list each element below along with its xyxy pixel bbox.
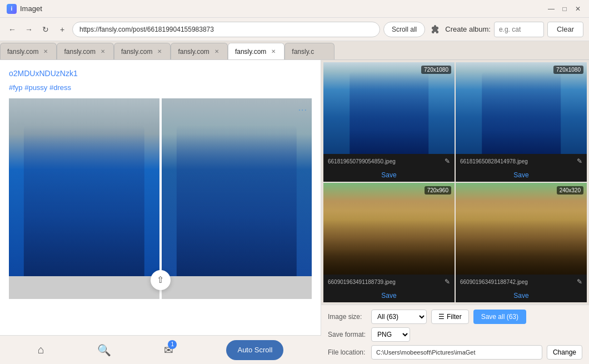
post-tags: #fyp #pussy #dress xyxy=(9,83,312,92)
tab-6-label: fansly.c xyxy=(292,48,314,56)
window-controls: ― □ ✕ xyxy=(547,4,582,13)
filter-icon: ☰ xyxy=(438,313,445,321)
main-area: o2MDUxNDUzNzk1 #fyp #pussy #dress ... ⇧ xyxy=(0,60,589,364)
image-grid: ... ⇧ xyxy=(9,98,312,299)
app-name: Imaget xyxy=(20,4,42,13)
browser-image-2: ... xyxy=(162,98,312,299)
right-panel: 720x1080 661819650799054850.jpeg ✎ Save … xyxy=(321,60,589,364)
forward-button[interactable]: → xyxy=(22,23,36,36)
gallery-img-1: 720x1080 xyxy=(323,62,455,154)
gallery-item-4-edit[interactable]: ✎ xyxy=(577,278,582,286)
gallery-item-3-footer: 660901963491188739.jpeg ✎ xyxy=(323,275,455,289)
scroll-all-button[interactable]: Scroll all xyxy=(383,22,425,37)
image-gallery: 720x1080 661819650799054850.jpeg ✎ Save … xyxy=(321,60,589,305)
gallery-item-4-footer: 660901963491188742.jpeg ✎ xyxy=(456,275,587,289)
gallery-item-2-dimensions: 720x1080 xyxy=(553,66,583,74)
image-size-select[interactable]: All (63)LargeMediumSmall xyxy=(371,310,427,324)
tab-4[interactable]: fansly.com ✕ xyxy=(171,43,227,59)
gallery-item-4-filename: 660901963491188742.jpeg xyxy=(460,279,575,285)
save-format-select[interactable]: PNGJPEGWEBP xyxy=(371,327,410,342)
filter-button[interactable]: ☰ Filter xyxy=(431,310,469,324)
clear-button[interactable]: Clear xyxy=(547,22,583,37)
gallery-img-2: 720x1080 xyxy=(456,62,587,154)
gallery-item-1-dimensions: 720x1080 xyxy=(421,66,451,74)
maximize-button[interactable]: □ xyxy=(560,4,569,13)
file-location-row: File location: Change xyxy=(328,345,582,360)
file-location-input[interactable] xyxy=(371,345,542,360)
save-format-label: Save format: xyxy=(328,331,367,338)
scroll-up-button[interactable]: ⇧ xyxy=(151,270,171,290)
auto-scroll-button[interactable]: Auto Scroll xyxy=(226,340,283,360)
tab-4-label: fansly.com xyxy=(178,48,209,56)
gallery-item-3-edit[interactable]: ✎ xyxy=(445,278,450,286)
gallery-item-2-edit[interactable]: ✎ xyxy=(577,157,582,165)
extension-icon[interactable] xyxy=(428,23,442,36)
gallery-item-4: 240x320 660901963491188742.jpeg ✎ Save xyxy=(456,183,587,302)
search-button[interactable]: 🔍 xyxy=(97,343,111,357)
gallery-item-2-filename: 661819650828414978.jpeg xyxy=(460,158,575,164)
browser-bottom-bar: ⌂ 🔍 ✉ 1 Auto Scroll xyxy=(0,335,321,364)
bottom-controls: Image size: All (63)LargeMediumSmall ☰ F… xyxy=(321,305,589,364)
tab-6[interactable]: fansly.c xyxy=(284,43,335,59)
gallery-item-1-filename: 661819650799054850.jpeg xyxy=(328,158,442,164)
message-badge: 1 xyxy=(168,340,177,349)
close-button[interactable]: ✕ xyxy=(573,4,582,13)
tab-2-label: fansly.com xyxy=(64,48,95,56)
tab-2-close[interactable]: ✕ xyxy=(99,48,107,56)
home-button[interactable]: ⌂ xyxy=(38,343,44,356)
album-input[interactable] xyxy=(494,22,544,37)
logo-icon: i xyxy=(7,4,17,14)
gallery-item-2-save[interactable]: Save xyxy=(456,168,587,182)
gallery-img-4: 240x320 xyxy=(456,183,587,275)
gallery-item-2-footer: 661819650828414978.jpeg ✎ xyxy=(456,154,587,168)
browser-panel: o2MDUxNDUzNzk1 #fyp #pussy #dress ... ⇧ xyxy=(0,60,321,364)
message-button[interactable]: ✉ 1 xyxy=(164,343,173,357)
search-icon: 🔍 xyxy=(97,343,111,357)
gallery-img-3: 720x960 xyxy=(323,183,455,275)
gallery-item-4-dimensions: 240x320 xyxy=(557,186,583,195)
post-username[interactable]: o2MDUxNDUzNzk1 xyxy=(9,69,312,78)
tab-1[interactable]: fansly.com ✕ xyxy=(0,43,57,59)
tab-1-close[interactable]: ✕ xyxy=(42,48,49,56)
gallery-item-4-save[interactable]: Save xyxy=(456,289,587,302)
tab-5[interactable]: fansly.com ✕ xyxy=(228,43,284,59)
change-button[interactable]: Change xyxy=(547,345,582,360)
file-location-label: File location: xyxy=(328,348,367,356)
browser-image-1-placeholder xyxy=(9,98,159,276)
gallery-item-1-edit[interactable]: ✎ xyxy=(445,157,450,165)
gallery-item-3-dimensions: 720x960 xyxy=(425,186,451,195)
browser-image-1 xyxy=(9,98,159,299)
address-bar: ← → ↻ + Scroll all Create album: Clear xyxy=(0,18,589,41)
gallery-item-1: 720x1080 661819650799054850.jpeg ✎ Save xyxy=(323,62,455,182)
back-button[interactable]: ← xyxy=(6,23,19,36)
gallery-item-1-footer: 661819650799054850.jpeg ✎ xyxy=(323,154,455,168)
new-tab-button[interactable]: + xyxy=(56,23,69,36)
title-bar: i Imaget ― □ ✕ xyxy=(0,0,589,18)
tab-3[interactable]: fansly.com ✕ xyxy=(114,43,171,59)
tab-5-close[interactable]: ✕ xyxy=(269,48,277,56)
tab-1-label: fansly.com xyxy=(7,48,38,56)
tab-3-close[interactable]: ✕ xyxy=(156,48,163,56)
gallery-item-3: 720x960 660901963491188739.jpeg ✎ Save xyxy=(323,183,455,302)
create-album-label: Create album: xyxy=(445,25,491,33)
tab-4-close[interactable]: ✕ xyxy=(213,48,221,56)
save-format-row: Save format: PNGJPEGWEBP xyxy=(328,327,582,342)
filter-label: Filter xyxy=(447,313,462,321)
gallery-item-3-save[interactable]: Save xyxy=(323,289,455,302)
url-input[interactable] xyxy=(72,22,380,37)
image-size-row: Image size: All (63)LargeMediumSmall ☰ F… xyxy=(328,310,582,324)
app-logo: i Imaget xyxy=(7,4,547,14)
gallery-item-2: 720x1080 661819650828414978.jpeg ✎ Save xyxy=(456,62,587,182)
tab-2[interactable]: fansly.com ✕ xyxy=(57,43,113,59)
tab-5-label: fansly.com xyxy=(235,48,266,56)
gallery-item-1-save[interactable]: Save xyxy=(323,168,455,182)
minimize-button[interactable]: ― xyxy=(547,4,556,13)
gallery-item-3-filename: 660901963491188739.jpeg xyxy=(328,279,442,285)
tab-3-label: fansly.com xyxy=(121,48,152,56)
more-options-button[interactable]: ... xyxy=(298,103,307,113)
image-size-label: Image size: xyxy=(328,313,367,321)
refresh-button[interactable]: ↻ xyxy=(39,23,52,36)
home-icon: ⌂ xyxy=(38,343,44,356)
tabs-bar: fansly.com ✕ fansly.com ✕ fansly.com ✕ f… xyxy=(0,41,589,60)
save-all-button[interactable]: Save all (63) xyxy=(473,310,526,324)
